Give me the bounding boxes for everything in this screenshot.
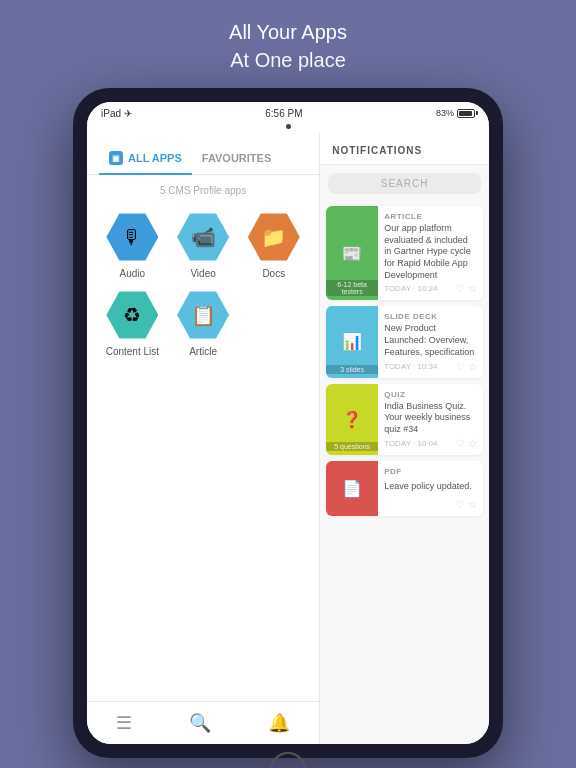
apps-grid: 🎙 Audio 📹 Video 📁 Docs: [87, 201, 319, 367]
status-bar: iPad ✈ 6:56 PM 83%: [87, 102, 489, 124]
app-article-label: Article: [189, 346, 217, 357]
notif-card-slide[interactable]: 📊 3 slides SLIDE DECK New Product Launch…: [326, 306, 483, 377]
notifications-header: NOTIFICATIONS: [320, 133, 489, 165]
notif-actions-article: ♡ ☆: [456, 283, 477, 294]
slide-thumb-icon: 📊: [342, 332, 362, 351]
notifications-panel: NOTIFICATIONS SEARCH 📰 6-12 beta testers…: [320, 133, 489, 744]
status-left: iPad ✈: [101, 108, 132, 119]
header-line1: All Your Apps: [229, 18, 347, 46]
bell-icon[interactable]: 🔔: [268, 712, 290, 734]
tab-all-apps-label: ALL APPS: [128, 152, 182, 164]
app-audio[interactable]: 🎙 Audio: [102, 211, 163, 279]
notif-actions-pdf: ♡ ☆: [456, 499, 477, 510]
tab-favourites[interactable]: FAVOURITES: [192, 144, 281, 174]
notif-card-article[interactable]: 📰 6-12 beta testers ARTICLE Our app plat…: [326, 206, 483, 300]
app-content-list[interactable]: ♻ Content List: [102, 289, 163, 357]
page-header: All Your Apps At One place: [229, 18, 347, 74]
docs-icon: 📁: [248, 211, 300, 263]
status-time: 6:56 PM: [265, 108, 302, 119]
notif-thumb-quiz: ❓ 5 questions: [326, 384, 378, 455]
tabs-bar: ▣ ALL APPS FAVOURITES: [87, 133, 319, 175]
tab-favourites-label: FAVOURITES: [202, 152, 271, 164]
notif-time-slide: TODAY · 10:34: [384, 362, 437, 371]
app-docs[interactable]: 📁 Docs: [243, 211, 304, 279]
tablet-frame: iPad ✈ 6:56 PM 83% ▣ ALL APPS FAVOURITES: [73, 88, 503, 758]
notifications-list: 📰 6-12 beta testers ARTICLE Our app plat…: [320, 202, 489, 744]
app-article[interactable]: 📋 Article: [173, 289, 234, 357]
notif-actions-quiz: ♡ ☆: [456, 438, 477, 449]
audio-icon: 🎙: [106, 211, 158, 263]
app-video[interactable]: 📹 Video: [173, 211, 234, 279]
video-icon: 📹: [177, 211, 229, 263]
app-docs-label: Docs: [262, 268, 285, 279]
status-right: 83%: [436, 108, 475, 118]
notif-type-slide: SLIDE DECK: [384, 312, 477, 321]
battery-pct: 83%: [436, 108, 454, 118]
article-thumb-icon: 📰: [342, 244, 362, 263]
notif-card-pdf[interactable]: 📄 PDF Leave policy updated. ♡ ☆: [326, 461, 483, 516]
pdf-thumb-icon: 📄: [342, 479, 362, 498]
app-audio-label: Audio: [120, 268, 146, 279]
home-button[interactable]: [270, 752, 306, 768]
bottom-nav: ☰ 🔍 🔔: [87, 701, 319, 744]
notif-text-article: Our app platform evaluated & included in…: [384, 223, 477, 281]
notif-type-article: ARTICLE: [384, 212, 477, 221]
article-icon: 📋: [177, 289, 229, 341]
notif-time-quiz: TODAY · 10:04: [384, 439, 437, 448]
notif-thumb-article: 📰 6-12 beta testers: [326, 206, 378, 300]
battery-icon: [457, 109, 475, 118]
search-placeholder: SEARCH: [381, 178, 429, 189]
notif-text-quiz: India Business Quiz. Your weekly busines…: [384, 401, 477, 436]
notif-card-quiz[interactable]: ❓ 5 questions QUIZ India Business Quiz. …: [326, 384, 483, 455]
notif-text-pdf: Leave policy updated.: [384, 481, 477, 493]
app-video-label: Video: [190, 268, 215, 279]
tab-icon: ▣: [109, 151, 123, 165]
notif-thumb-pdf: 📄: [326, 461, 378, 516]
header-line2: At One place: [229, 46, 347, 74]
app-content-list-label: Content List: [106, 346, 159, 357]
notif-text-slide: New Product Launched: Overview, Features…: [384, 323, 477, 358]
notif-type-quiz: QUIZ: [384, 390, 477, 399]
content-list-icon: ♻: [106, 289, 158, 341]
search-bar[interactable]: SEARCH: [328, 173, 481, 194]
quiz-thumb-icon: ❓: [342, 410, 362, 429]
notif-type-pdf: PDF: [384, 467, 477, 476]
search-icon[interactable]: 🔍: [189, 712, 211, 734]
apps-panel: ▣ ALL APPS FAVOURITES 5 CMS Profile apps…: [87, 133, 320, 744]
notif-actions-slide: ♡ ☆: [456, 361, 477, 372]
profile-label: 5 CMS Profile apps: [87, 175, 319, 201]
tab-all-apps[interactable]: ▣ ALL APPS: [99, 143, 192, 175]
menu-icon[interactable]: ☰: [116, 712, 132, 734]
notif-thumb-slide: 📊 3 slides: [326, 306, 378, 377]
notif-time-article: TODAY · 10:24: [384, 284, 437, 293]
